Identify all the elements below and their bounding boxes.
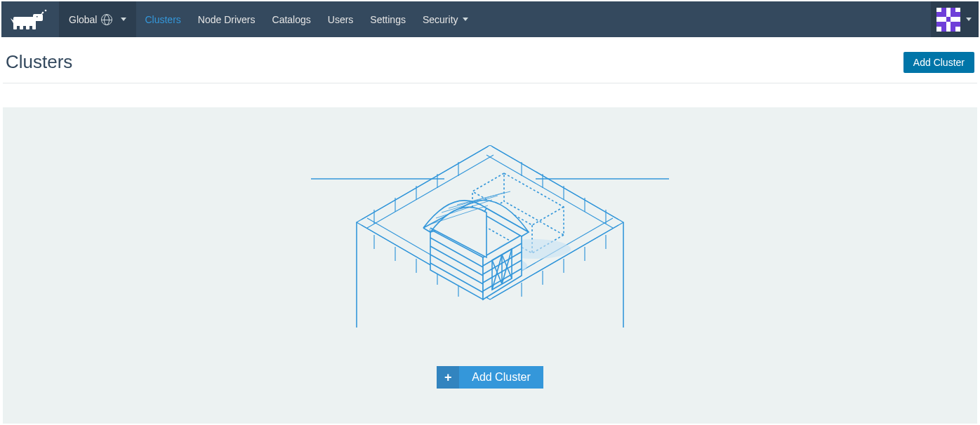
globe-icon xyxy=(101,14,112,25)
primary-nav: Clusters Node Drivers Catalogs Users Set… xyxy=(136,1,476,37)
svg-rect-5 xyxy=(33,14,43,21)
nav-users[interactable]: Users xyxy=(319,1,362,37)
nav-item-label: Node Drivers xyxy=(198,14,256,25)
svg-rect-1 xyxy=(13,24,17,29)
nav-item-label: Users xyxy=(328,14,354,25)
svg-rect-8 xyxy=(37,16,38,18)
nav-item-label: Security xyxy=(423,14,458,25)
page-header: Clusters Add Cluster xyxy=(3,37,977,83)
svg-rect-4 xyxy=(32,24,36,29)
clusters-empty-panel: + Add Cluster xyxy=(3,107,977,424)
nav-item-label: Catalogs xyxy=(272,14,311,25)
chevron-down-icon xyxy=(463,18,468,21)
nav-catalogs[interactable]: Catalogs xyxy=(264,1,319,37)
nav-settings[interactable]: Settings xyxy=(362,1,414,37)
user-menu[interactable] xyxy=(931,1,979,37)
nav-node-drivers[interactable]: Node Drivers xyxy=(190,1,264,37)
plus-icon: + xyxy=(437,366,459,389)
svg-rect-2 xyxy=(20,24,23,29)
nav-security[interactable]: Security xyxy=(414,1,477,37)
svg-rect-3 xyxy=(26,24,29,29)
avatar xyxy=(936,8,960,32)
nav-item-label: Clusters xyxy=(145,14,180,25)
add-cluster-center-label: Add Cluster xyxy=(459,366,543,389)
scope-selector[interactable]: Global xyxy=(59,1,136,37)
nav-clusters[interactable]: Clusters xyxy=(136,1,189,37)
brand-logo[interactable] xyxy=(1,1,59,37)
topbar: Global Clusters Node Drivers Catalogs Us… xyxy=(1,1,979,37)
cow-logo-icon xyxy=(6,8,54,31)
chevron-down-icon xyxy=(966,18,972,21)
nav-item-label: Settings xyxy=(370,14,406,25)
add-cluster-center-button[interactable]: + Add Cluster xyxy=(437,366,543,389)
page-title: Clusters xyxy=(6,51,72,73)
add-cluster-button[interactable]: Add Cluster xyxy=(903,52,974,73)
svg-point-7 xyxy=(45,9,47,11)
chevron-down-icon xyxy=(121,18,126,21)
empty-illustration xyxy=(3,107,977,328)
farm-illustration-icon xyxy=(311,145,669,328)
scope-label: Global xyxy=(69,14,97,25)
